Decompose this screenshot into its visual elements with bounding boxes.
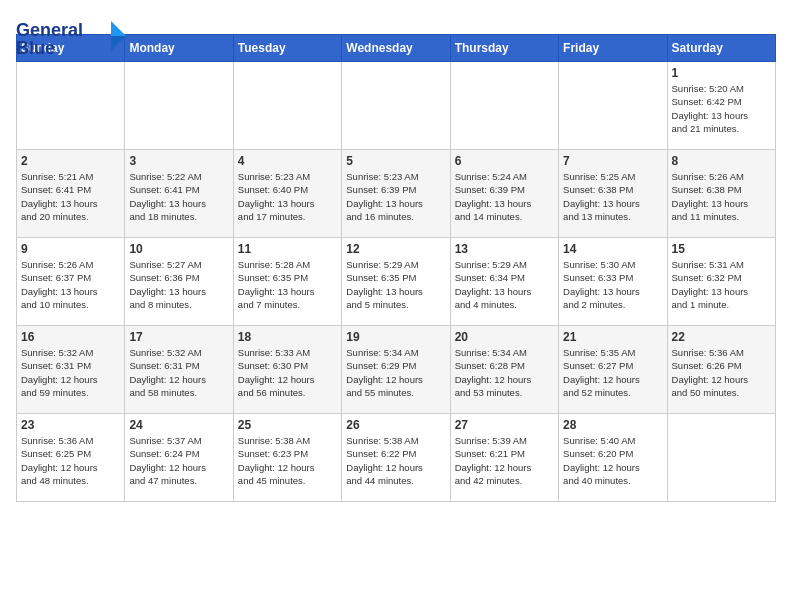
calendar-cell <box>450 62 558 150</box>
calendar-cell: 1Sunrise: 5:20 AM Sunset: 6:42 PM Daylig… <box>667 62 775 150</box>
calendar-cell: 5Sunrise: 5:23 AM Sunset: 6:39 PM Daylig… <box>342 150 450 238</box>
calendar-week-row: 1Sunrise: 5:20 AM Sunset: 6:42 PM Daylig… <box>17 62 776 150</box>
day-info: Sunrise: 5:39 AM Sunset: 6:21 PM Dayligh… <box>455 434 554 487</box>
calendar-cell: 24Sunrise: 5:37 AM Sunset: 6:24 PM Dayli… <box>125 414 233 502</box>
calendar-week-row: 23Sunrise: 5:36 AM Sunset: 6:25 PM Dayli… <box>17 414 776 502</box>
calendar-week-row: 2Sunrise: 5:21 AM Sunset: 6:41 PM Daylig… <box>17 150 776 238</box>
day-number: 18 <box>238 330 337 344</box>
weekday-header-monday: Monday <box>125 35 233 62</box>
svg-text:General: General <box>16 20 83 40</box>
calendar-cell <box>125 62 233 150</box>
day-number: 16 <box>21 330 120 344</box>
weekday-header-wednesday: Wednesday <box>342 35 450 62</box>
day-number: 19 <box>346 330 445 344</box>
calendar-cell: 28Sunrise: 5:40 AM Sunset: 6:20 PM Dayli… <box>559 414 667 502</box>
day-info: Sunrise: 5:38 AM Sunset: 6:23 PM Dayligh… <box>238 434 337 487</box>
calendar-cell <box>342 62 450 150</box>
day-info: Sunrise: 5:30 AM Sunset: 6:33 PM Dayligh… <box>563 258 662 311</box>
svg-marker-3 <box>111 36 126 51</box>
weekday-header-thursday: Thursday <box>450 35 558 62</box>
day-number: 22 <box>672 330 771 344</box>
day-info: Sunrise: 5:21 AM Sunset: 6:41 PM Dayligh… <box>21 170 120 223</box>
day-info: Sunrise: 5:32 AM Sunset: 6:31 PM Dayligh… <box>129 346 228 399</box>
day-number: 24 <box>129 418 228 432</box>
day-info: Sunrise: 5:35 AM Sunset: 6:27 PM Dayligh… <box>563 346 662 399</box>
day-number: 11 <box>238 242 337 256</box>
calendar-cell: 17Sunrise: 5:32 AM Sunset: 6:31 PM Dayli… <box>125 326 233 414</box>
day-number: 13 <box>455 242 554 256</box>
day-info: Sunrise: 5:37 AM Sunset: 6:24 PM Dayligh… <box>129 434 228 487</box>
day-info: Sunrise: 5:29 AM Sunset: 6:35 PM Dayligh… <box>346 258 445 311</box>
calendar-cell <box>233 62 341 150</box>
weekday-header-friday: Friday <box>559 35 667 62</box>
calendar-cell: 13Sunrise: 5:29 AM Sunset: 6:34 PM Dayli… <box>450 238 558 326</box>
day-number: 28 <box>563 418 662 432</box>
calendar-cell: 3Sunrise: 5:22 AM Sunset: 6:41 PM Daylig… <box>125 150 233 238</box>
day-number: 6 <box>455 154 554 168</box>
day-number: 15 <box>672 242 771 256</box>
day-number: 3 <box>129 154 228 168</box>
day-info: Sunrise: 5:32 AM Sunset: 6:31 PM Dayligh… <box>21 346 120 399</box>
calendar-cell: 15Sunrise: 5:31 AM Sunset: 6:32 PM Dayli… <box>667 238 775 326</box>
day-info: Sunrise: 5:24 AM Sunset: 6:39 PM Dayligh… <box>455 170 554 223</box>
day-info: Sunrise: 5:36 AM Sunset: 6:26 PM Dayligh… <box>672 346 771 399</box>
day-number: 1 <box>672 66 771 80</box>
calendar-cell: 6Sunrise: 5:24 AM Sunset: 6:39 PM Daylig… <box>450 150 558 238</box>
day-info: Sunrise: 5:23 AM Sunset: 6:39 PM Dayligh… <box>346 170 445 223</box>
day-info: Sunrise: 5:34 AM Sunset: 6:29 PM Dayligh… <box>346 346 445 399</box>
calendar-cell: 18Sunrise: 5:33 AM Sunset: 6:30 PM Dayli… <box>233 326 341 414</box>
calendar-cell: 25Sunrise: 5:38 AM Sunset: 6:23 PM Dayli… <box>233 414 341 502</box>
day-number: 23 <box>21 418 120 432</box>
day-info: Sunrise: 5:25 AM Sunset: 6:38 PM Dayligh… <box>563 170 662 223</box>
calendar-cell: 9Sunrise: 5:26 AM Sunset: 6:37 PM Daylig… <box>17 238 125 326</box>
calendar-cell: 27Sunrise: 5:39 AM Sunset: 6:21 PM Dayli… <box>450 414 558 502</box>
calendar-cell: 4Sunrise: 5:23 AM Sunset: 6:40 PM Daylig… <box>233 150 341 238</box>
day-number: 27 <box>455 418 554 432</box>
calendar-cell: 19Sunrise: 5:34 AM Sunset: 6:29 PM Dayli… <box>342 326 450 414</box>
day-info: Sunrise: 5:31 AM Sunset: 6:32 PM Dayligh… <box>672 258 771 311</box>
day-info: Sunrise: 5:29 AM Sunset: 6:34 PM Dayligh… <box>455 258 554 311</box>
svg-text:Blue: Blue <box>16 38 55 58</box>
day-info: Sunrise: 5:22 AM Sunset: 6:41 PM Dayligh… <box>129 170 228 223</box>
day-number: 14 <box>563 242 662 256</box>
day-number: 9 <box>21 242 120 256</box>
svg-marker-2 <box>111 21 126 36</box>
calendar-table: SundayMondayTuesdayWednesdayThursdayFrid… <box>16 34 776 502</box>
calendar-cell: 16Sunrise: 5:32 AM Sunset: 6:31 PM Dayli… <box>17 326 125 414</box>
calendar-cell <box>667 414 775 502</box>
calendar-cell <box>17 62 125 150</box>
calendar-cell: 8Sunrise: 5:26 AM Sunset: 6:38 PM Daylig… <box>667 150 775 238</box>
day-number: 17 <box>129 330 228 344</box>
calendar-cell: 26Sunrise: 5:38 AM Sunset: 6:22 PM Dayli… <box>342 414 450 502</box>
calendar-cell: 21Sunrise: 5:35 AM Sunset: 6:27 PM Dayli… <box>559 326 667 414</box>
calendar-body: 1Sunrise: 5:20 AM Sunset: 6:42 PM Daylig… <box>17 62 776 502</box>
calendar-cell: 2Sunrise: 5:21 AM Sunset: 6:41 PM Daylig… <box>17 150 125 238</box>
day-info: Sunrise: 5:28 AM Sunset: 6:35 PM Dayligh… <box>238 258 337 311</box>
day-info: Sunrise: 5:36 AM Sunset: 6:25 PM Dayligh… <box>21 434 120 487</box>
calendar-cell <box>559 62 667 150</box>
day-number: 12 <box>346 242 445 256</box>
weekday-header-saturday: Saturday <box>667 35 775 62</box>
day-info: Sunrise: 5:34 AM Sunset: 6:28 PM Dayligh… <box>455 346 554 399</box>
weekday-header-tuesday: Tuesday <box>233 35 341 62</box>
calendar-cell: 7Sunrise: 5:25 AM Sunset: 6:38 PM Daylig… <box>559 150 667 238</box>
calendar-cell: 23Sunrise: 5:36 AM Sunset: 6:25 PM Dayli… <box>17 414 125 502</box>
day-number: 2 <box>21 154 120 168</box>
weekday-header-row: SundayMondayTuesdayWednesdayThursdayFrid… <box>17 35 776 62</box>
day-info: Sunrise: 5:20 AM Sunset: 6:42 PM Dayligh… <box>672 82 771 135</box>
calendar-cell: 11Sunrise: 5:28 AM Sunset: 6:35 PM Dayli… <box>233 238 341 326</box>
day-number: 26 <box>346 418 445 432</box>
day-number: 5 <box>346 154 445 168</box>
day-info: Sunrise: 5:38 AM Sunset: 6:22 PM Dayligh… <box>346 434 445 487</box>
calendar-cell: 20Sunrise: 5:34 AM Sunset: 6:28 PM Dayli… <box>450 326 558 414</box>
day-number: 20 <box>455 330 554 344</box>
day-number: 4 <box>238 154 337 168</box>
day-info: Sunrise: 5:26 AM Sunset: 6:38 PM Dayligh… <box>672 170 771 223</box>
day-info: Sunrise: 5:26 AM Sunset: 6:37 PM Dayligh… <box>21 258 120 311</box>
calendar-cell: 14Sunrise: 5:30 AM Sunset: 6:33 PM Dayli… <box>559 238 667 326</box>
day-info: Sunrise: 5:33 AM Sunset: 6:30 PM Dayligh… <box>238 346 337 399</box>
day-info: Sunrise: 5:27 AM Sunset: 6:36 PM Dayligh… <box>129 258 228 311</box>
day-info: Sunrise: 5:40 AM Sunset: 6:20 PM Dayligh… <box>563 434 662 487</box>
day-number: 25 <box>238 418 337 432</box>
calendar-cell: 12Sunrise: 5:29 AM Sunset: 6:35 PM Dayli… <box>342 238 450 326</box>
